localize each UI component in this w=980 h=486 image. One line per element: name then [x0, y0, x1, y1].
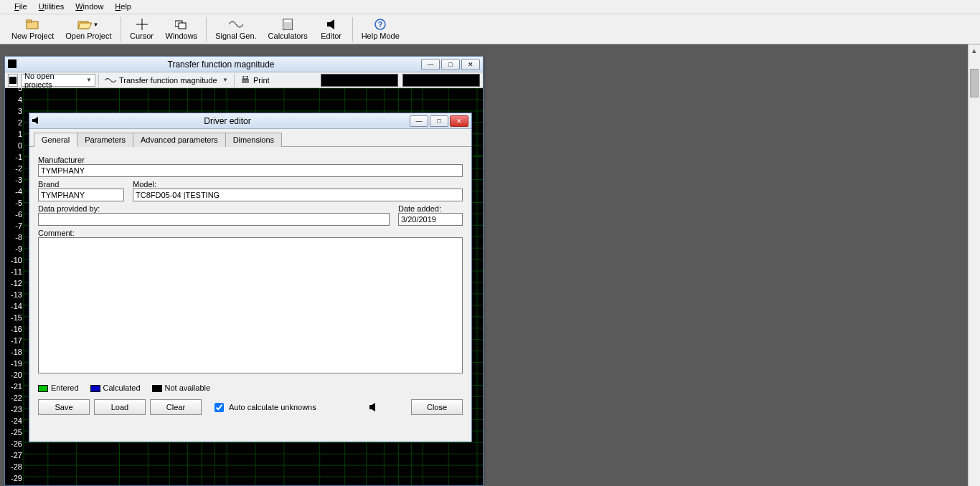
calculators-button[interactable]: Calculators [263, 16, 314, 42]
y-tick-label: -6 [15, 210, 22, 219]
minimize-button[interactable]: — [421, 59, 440, 70]
svg-rect-7 [179, 23, 186, 29]
button-row: Save Load Clear Auto calculate unknowns … [29, 395, 471, 419]
minimize-button[interactable]: — [410, 115, 428, 127]
y-tick-label: 2 [18, 118, 22, 127]
not-available-swatch [152, 385, 162, 392]
menu-utilities[interactable]: Utilities [33, 0, 70, 14]
windows-button[interactable]: Windows [160, 16, 204, 42]
tab-parameters[interactable]: Parameters [77, 133, 133, 147]
load-button[interactable]: Load [94, 399, 146, 415]
close-button[interactable]: ✕ [461, 59, 480, 70]
mdi-workspace: Transfer function magnitude — □ ✕ No ope… [0, 44, 980, 486]
close-button[interactable]: Close [411, 399, 463, 415]
print-button[interactable]: Print [237, 74, 273, 87]
comment-field[interactable] [38, 237, 463, 373]
tab-general[interactable]: General [34, 133, 77, 147]
date-added-field[interactable] [398, 213, 463, 226]
y-tick-label: -2 [15, 164, 22, 173]
y-tick-label: -28 [11, 462, 22, 471]
menu-window[interactable]: Window [70, 0, 109, 14]
y-tick-label: -22 [11, 394, 22, 402]
y-tick-label: -24 [11, 416, 22, 425]
svg-text:?: ? [378, 20, 383, 29]
y-tick-label: 1 [18, 130, 22, 138]
menu-file[interactable]: File [9, 0, 33, 14]
y-tick-label: -18 [11, 348, 22, 356]
driver-editor-window: Driver editor — □ ✕ General Parameters A… [29, 113, 472, 442]
auto-calc-checkbox[interactable]: Auto calculate unknowns [212, 401, 316, 414]
title-bar[interactable]: Transfer function magnitude — □ ✕ [5, 57, 483, 72]
y-tick-label: -29 [11, 474, 22, 482]
scroll-thumb[interactable] [970, 69, 979, 97]
readout-box-1 [321, 74, 398, 87]
menu-help[interactable]: Help [109, 0, 137, 14]
y-tick-label: -17 [11, 336, 22, 345]
cursor-button[interactable]: Cursor [124, 16, 160, 42]
svg-marker-3 [78, 23, 92, 29]
brand-field[interactable] [38, 189, 124, 201]
brand-label: Brand [38, 180, 124, 189]
date-added-label: Date added: [398, 204, 463, 213]
help-mode-button[interactable]: ? Help Mode [356, 16, 405, 42]
open-project-button[interactable]: ▼ Open Project [60, 16, 117, 42]
svg-marker-74 [32, 117, 38, 124]
y-tick-label: -7 [15, 221, 22, 230]
y-tick-label: -5 [15, 199, 22, 207]
y-tick-label: -12 [11, 279, 22, 287]
toolbar-separator [206, 17, 207, 42]
close-button[interactable]: ✕ [450, 115, 468, 127]
view-combo[interactable]: Transfer function magnitude ▼ [102, 74, 231, 87]
y-tick-label: -21 [11, 382, 22, 391]
tab-strip: General Parameters Advanced parameters D… [29, 129, 471, 147]
window-title: Transfer function magnitude [21, 59, 421, 70]
window-title: Driver editor [45, 116, 410, 126]
tab-advanced-parameters[interactable]: Advanced parameters [133, 133, 226, 147]
y-tick-label: -10 [11, 256, 22, 265]
entered-swatch [38, 385, 48, 392]
title-bar[interactable]: Driver editor — □ ✕ [29, 113, 471, 129]
signal-gen-button[interactable]: Signal Gen. [209, 16, 262, 42]
svg-marker-75 [369, 403, 375, 411]
new-project-icon [26, 18, 40, 31]
y-tick-label: 0 [18, 141, 22, 150]
svg-marker-10 [327, 19, 334, 29]
calculators-icon [281, 18, 295, 31]
save-button[interactable]: Save [38, 399, 90, 415]
legend: Entered Calculated Not available [29, 381, 471, 395]
manufacturer-field[interactable] [38, 164, 463, 177]
projects-combo[interactable]: No open projects ▼ [21, 74, 95, 87]
svg-rect-14 [9, 77, 17, 84]
toolbar-separator [352, 17, 353, 42]
maximize-button[interactable]: □ [430, 115, 448, 127]
maximize-button[interactable]: □ [441, 59, 460, 70]
tab-dimensions[interactable]: Dimensions [225, 133, 282, 147]
signal-gen-icon [229, 18, 243, 31]
clear-button[interactable]: Clear [150, 399, 202, 415]
y-tick-label: -15 [11, 313, 22, 322]
chart-icon-button[interactable] [8, 74, 18, 87]
y-tick-label: -27 [11, 451, 22, 459]
model-field[interactable] [133, 189, 463, 201]
scroll-up-arrow[interactable]: ▴ [969, 44, 980, 57]
editor-button[interactable]: Editor [314, 16, 349, 42]
y-axis-labels: 543210-1-2-3-4-5-6-7-8-9-10-11-12-13-14-… [6, 88, 24, 485]
y-tick-label: -9 [15, 244, 22, 253]
y-tick-label: 5 [18, 88, 22, 92]
chevron-down-icon: ▼ [86, 77, 92, 83]
cursor-icon [135, 18, 149, 31]
chevron-down-icon[interactable]: ▼ [92, 22, 99, 28]
y-tick-label: -13 [11, 290, 22, 299]
vertical-scrollbar[interactable]: ▴ [968, 44, 980, 486]
y-tick-label: -3 [15, 176, 22, 184]
model-label: Model: [133, 180, 463, 189]
main-toolbar: New Project ▼ Open Project Cursor Window… [0, 14, 980, 44]
new-project-button[interactable]: New Project [6, 16, 60, 42]
windows-icon [174, 18, 189, 31]
speaker-icon [32, 116, 42, 126]
chart-toolbar: No open projects ▼ Transfer function mag… [5, 72, 483, 88]
svg-rect-9 [284, 20, 291, 22]
y-tick-label: -20 [11, 371, 22, 379]
data-provided-field[interactable] [38, 213, 390, 226]
y-tick-label: -19 [11, 359, 22, 368]
